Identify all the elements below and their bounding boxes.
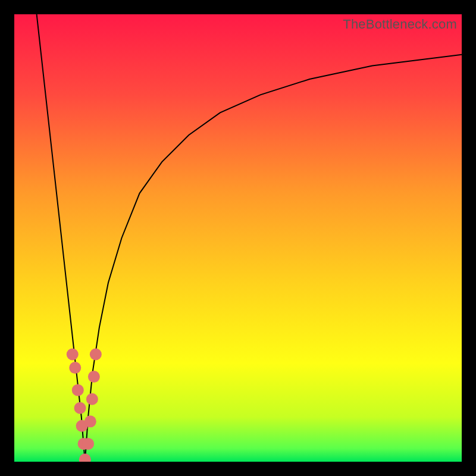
scatter-point bbox=[74, 402, 86, 414]
chart-svg bbox=[14, 14, 462, 462]
scatter-point bbox=[82, 438, 94, 450]
scatter-point bbox=[86, 393, 98, 405]
scatter-point bbox=[88, 371, 100, 383]
watermark-text: TheBottleneck.com bbox=[343, 17, 457, 32]
scatter-point bbox=[90, 349, 102, 361]
scatter-point bbox=[84, 415, 96, 427]
scatter-point bbox=[67, 349, 79, 361]
scatter-point bbox=[72, 384, 84, 396]
chart-frame: TheBottleneck.com bbox=[0, 0, 476, 476]
scatter-point bbox=[69, 362, 81, 374]
plot-area: TheBottleneck.com bbox=[14, 14, 462, 462]
